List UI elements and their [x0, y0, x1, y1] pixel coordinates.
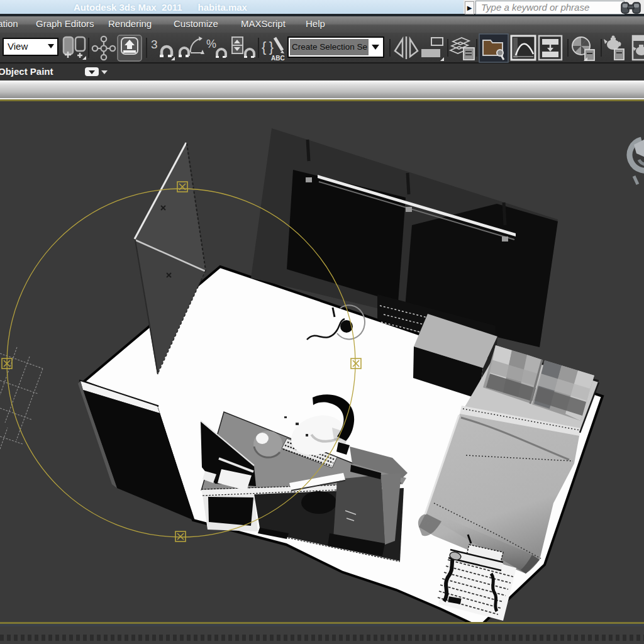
svg-text:%: %: [206, 38, 216, 50]
svg-text:{ }: { }: [262, 39, 274, 55]
svg-text:3: 3: [151, 38, 158, 51]
svg-text:ABC: ABC: [271, 55, 285, 62]
